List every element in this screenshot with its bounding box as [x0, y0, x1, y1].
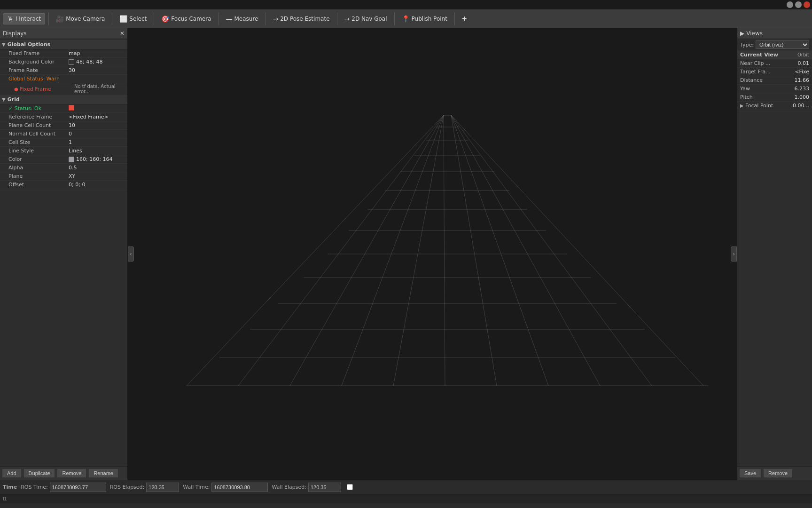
cell-size-row: Cell Size 1 [0, 138, 127, 147]
toolbar-select[interactable]: ⬜ Select [116, 14, 150, 24]
titlebar [0, 0, 812, 9]
fixed-frame-label: Fixed Frame [8, 50, 69, 56]
yaw-label: Yaw [740, 86, 795, 92]
time-section-label: Time [3, 484, 17, 490]
offset-label: Offset [8, 182, 69, 188]
views-save-button[interactable]: Save [739, 468, 761, 478]
global-status-row[interactable]: Global Status: Warn [0, 75, 127, 83]
pitch-value[interactable]: 1.000 [795, 94, 810, 100]
wall-time-label: Wall Time: [183, 484, 210, 490]
select-label: Select [129, 16, 147, 22]
select-icon: ⬜ [119, 15, 127, 23]
plane-cell-count-row: Plane Cell Count 10 [0, 121, 127, 130]
toolbar-pose-estimate[interactable]: → 2D Pose Estimate [269, 14, 334, 24]
measure-label: Measure [234, 16, 258, 22]
svg-line-23 [451, 115, 652, 386]
ros-elapsed-field: ROS Elapsed: [110, 483, 180, 492]
grid-visualization: .grid-line { stroke: rgba(160,160,164,0.… [128, 28, 737, 480]
fixed-frame-warn-value: No tf data. Actual error... [74, 84, 125, 94]
toolbar-separator-5 [265, 12, 266, 25]
normal-cell-count-value[interactable]: 0 [69, 131, 125, 137]
toolbar-nav-goal[interactable]: → 2D Nav Goal [341, 14, 391, 24]
orbit-label: Orbit [797, 52, 809, 57]
nav-goal-icon: → [344, 15, 350, 23]
rename-button[interactable]: Rename [88, 468, 118, 478]
maximize-button[interactable] [795, 1, 802, 8]
grid-visible-checkbox[interactable] [69, 105, 74, 111]
focus-camera-label: Focus Camera [171, 16, 211, 22]
background-color-value[interactable]: 48; 48; 48 [69, 59, 125, 65]
toolbar-separator-6 [337, 12, 337, 25]
cell-size-value[interactable]: 1 [69, 139, 125, 145]
ros-time-input[interactable] [50, 483, 106, 492]
statusbar: Time ROS Time: ROS Elapsed: Wall Time: W… [0, 480, 812, 494]
cell-size-label: Cell Size [8, 139, 69, 145]
ros-elapsed-input[interactable] [146, 483, 179, 492]
svg-line-22 [451, 115, 600, 386]
grid-section[interactable]: ▼ Grid [0, 95, 127, 104]
yaw-value[interactable]: 6.233 [795, 86, 810, 92]
wall-elapsed-checkbox[interactable] [347, 484, 353, 490]
toolbar: 🖱 I Interact 🎥 Move Camera ⬜ Select 🎯 Fo… [0, 9, 812, 28]
close-button[interactable] [804, 1, 810, 8]
fixed-frame-value[interactable]: map [69, 50, 125, 56]
grid-status-row: ✓ Status: Ok [0, 104, 127, 113]
displays-close-button[interactable]: ✕ [120, 30, 125, 37]
offset-value[interactable]: 0; 0; 0 [69, 182, 125, 188]
svg-line-15 [238, 115, 444, 386]
toolbar-interact[interactable]: 🖱 I Interact [3, 13, 45, 24]
displays-panel: Displays ✕ ▼ Global Options Fixed Frame … [0, 28, 128, 480]
background-color-label: Background Color [8, 59, 69, 65]
type-select[interactable]: Orbit (rviz) [756, 40, 809, 49]
grid-status-checkbox[interactable] [69, 105, 125, 112]
svg-line-16 [290, 115, 444, 386]
distance-value[interactable]: 11.66 [795, 77, 810, 83]
wall-elapsed-label: Wall Elapsed: [272, 484, 306, 490]
viewport-right-collapse[interactable]: › [731, 246, 737, 262]
wall-time-field: Wall Time: [183, 483, 268, 492]
color-value[interactable]: 160; 160; 164 [69, 156, 125, 162]
duplicate-button[interactable]: Duplicate [23, 468, 55, 478]
focal-point-value[interactable]: -0.00... [791, 103, 809, 109]
global-options-section[interactable]: ▼ Global Options [0, 40, 127, 49]
fixed-frame-warn-label: ● Fixed Frame [13, 86, 74, 92]
3d-viewport[interactable]: .grid-line { stroke: rgba(160,160,164,0.… [128, 28, 737, 480]
minimize-button[interactable] [787, 1, 793, 8]
remove-button[interactable]: Remove [57, 468, 86, 478]
normal-cell-count-row: Normal Cell Count 0 [0, 130, 127, 138]
focal-point-label: ▶ Focal Point [740, 103, 791, 109]
grid-status-label: ✓ Status: Ok [8, 105, 69, 111]
bottombar: tt [0, 494, 812, 503]
plane-value[interactable]: XY [69, 173, 125, 179]
frame-rate-value[interactable]: 30 [69, 67, 125, 73]
plane-cell-count-value[interactable]: 10 [69, 122, 125, 128]
svg-line-21 [451, 115, 548, 386]
toolbar-move-camera[interactable]: 🎥 Move Camera [52, 14, 109, 24]
svg-line-19 [444, 115, 445, 386]
svg-line-17 [342, 115, 444, 386]
toolbar-add-display[interactable]: ✚ [458, 14, 470, 24]
toolbar-separator-3 [154, 12, 154, 25]
toolbar-focus-camera[interactable]: 🎯 Focus Camera [157, 14, 215, 24]
line-style-row: Line Style Lines [0, 147, 127, 155]
add-button[interactable]: Add [2, 468, 22, 478]
target-frame-value[interactable]: <Fixe [795, 69, 809, 75]
color-label: Color [8, 156, 69, 162]
ros-elapsed-label: ROS Elapsed: [110, 484, 145, 490]
views-remove-button[interactable]: Remove [763, 468, 793, 478]
toolbar-publish-point[interactable]: 📍 Publish Point [398, 14, 451, 24]
pitch-label: Pitch [740, 94, 795, 100]
distance-label: Distance [740, 77, 795, 83]
focus-camera-icon: 🎯 [161, 15, 169, 23]
reference-frame-value[interactable]: <Fixed Frame> [69, 114, 125, 120]
focal-point-row: ▶ Focal Point -0.00... [737, 102, 812, 110]
line-style-value[interactable]: Lines [69, 148, 125, 154]
line-style-label: Line Style [8, 148, 69, 154]
toolbar-measure[interactable]: — Measure [222, 14, 262, 24]
near-clip-value[interactable]: 0.01 [798, 60, 810, 66]
wall-elapsed-input[interactable] [308, 483, 341, 492]
alpha-value[interactable]: 0.5 [69, 165, 125, 171]
wall-time-input[interactable] [211, 483, 268, 492]
wall-elapsed-field: Wall Elapsed: [272, 483, 341, 492]
viewport-left-collapse[interactable]: ‹ [128, 246, 134, 262]
